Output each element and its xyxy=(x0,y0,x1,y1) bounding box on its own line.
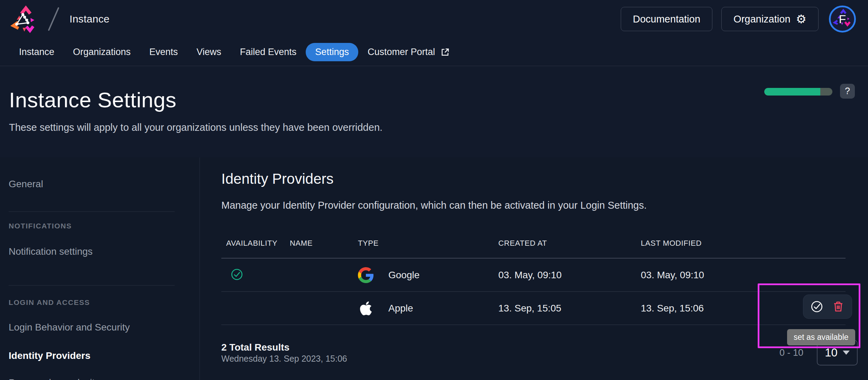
section-title: Identity Providers xyxy=(221,171,846,187)
app-logo-icon[interactable] xyxy=(8,4,37,34)
sidebar-item-login-behavior[interactable]: Login Behavior and Security xyxy=(9,322,200,333)
identity-providers-panel: Identity Providers Manage your Identity … xyxy=(200,157,868,380)
apple-logo-icon xyxy=(358,300,374,316)
top-header: Instance Documentation Organization ⚙ F xyxy=(0,0,868,38)
page-subtitle: These settings will apply to all your or… xyxy=(9,122,859,133)
tab-instance[interactable]: Instance xyxy=(10,43,64,61)
tab-organizations[interactable]: Organizations xyxy=(64,43,140,61)
tab-views[interactable]: Views xyxy=(187,43,231,61)
tab-customer-portal[interactable]: Customer Portal xyxy=(358,43,459,61)
col-last-modified: LAST MODIFIED xyxy=(641,239,783,248)
sidebar-item-notification-settings[interactable]: Notification settings xyxy=(9,246,200,257)
page-size-value: 10 xyxy=(825,346,838,359)
cell-type: Apple xyxy=(388,303,413,314)
pagination-range: 0 - 10 xyxy=(779,347,803,358)
page-title: Instance Settings xyxy=(9,88,859,112)
section-description: Manage your Identity Provider configurat… xyxy=(221,199,846,211)
instance-nav: Instance Organizations Events Views Fail… xyxy=(0,38,868,66)
col-name: NAME xyxy=(290,239,358,248)
col-type: TYPE xyxy=(358,239,498,248)
table-row-apple[interactable]: Apple 13. Sep, 15:05 13. Sep, 15:06 xyxy=(221,292,846,325)
user-avatar[interactable]: F xyxy=(829,6,856,33)
check-circle-icon xyxy=(810,300,823,313)
results-timestamp: Wednesday 13. Sep 2023, 15:06 xyxy=(221,353,846,364)
table-footer: 2 Total Results Wednesday 13. Sep 2023, … xyxy=(221,342,846,364)
idp-table: AVAILABILITY NAME TYPE CREATED AT LAST M… xyxy=(221,229,846,325)
customer-portal-label: Customer Portal xyxy=(368,47,435,57)
col-availability: AVAILABILITY xyxy=(221,239,290,248)
sidebar-item-general[interactable]: General xyxy=(9,178,200,190)
tab-settings[interactable]: Settings xyxy=(306,43,358,61)
set-as-available-tooltip: set as available xyxy=(787,329,855,345)
documentation-button[interactable]: Documentation xyxy=(621,7,712,31)
row-actions-panel xyxy=(803,295,852,319)
sidebar-section-notifications: NOTIFICATIONS xyxy=(9,221,200,230)
sidebar-item-password-complexity[interactable]: Password complexity xyxy=(9,377,200,380)
tab-events[interactable]: Events xyxy=(140,43,187,61)
cell-type: Google xyxy=(388,270,419,281)
table-header-row: AVAILABILITY NAME TYPE CREATED AT LAST M… xyxy=(221,229,846,259)
cell-last-modified: 03. May, 09:10 xyxy=(641,270,783,281)
sidebar-item-identity-providers[interactable]: Identity Providers xyxy=(9,350,200,362)
cell-last-modified: 13. Sep, 15:06 xyxy=(641,303,783,314)
organization-button[interactable]: Organization ⚙ xyxy=(721,7,819,31)
total-results: 2 Total Results xyxy=(221,342,846,353)
col-created-at: CREATED AT xyxy=(498,239,641,248)
sidebar-divider xyxy=(9,285,175,286)
set-available-button[interactable] xyxy=(810,300,823,313)
organization-label: Organization xyxy=(733,13,790,25)
breadcrumb[interactable]: Instance xyxy=(70,13,110,25)
documentation-label: Documentation xyxy=(633,13,700,25)
caret-down-icon xyxy=(843,351,850,355)
avatar-initial: F xyxy=(839,12,846,26)
cell-created-at: 03. May, 09:10 xyxy=(498,270,641,281)
external-link-icon xyxy=(441,47,450,57)
sidebar-divider xyxy=(9,211,175,212)
sidebar-section-login-and-access: LOGIN AND ACCESS xyxy=(9,298,200,307)
title-section: Instance Settings These settings will ap… xyxy=(0,66,868,157)
trash-icon xyxy=(832,300,845,313)
available-check-icon xyxy=(230,268,243,281)
gear-icon: ⚙ xyxy=(796,13,806,25)
settings-sidebar: General NOTIFICATIONS Notification setti… xyxy=(0,157,200,380)
tab-failed-events[interactable]: Failed Events xyxy=(231,43,306,61)
zitadel-console: Instance Documentation Organization ⚙ F … xyxy=(0,0,868,380)
table-row-google[interactable]: Google 03. May, 09:10 03. May, 09:10 xyxy=(221,259,846,292)
cell-created-at: 13. Sep, 15:05 xyxy=(498,303,641,314)
google-logo-icon xyxy=(358,267,374,283)
breadcrumb-slash-icon xyxy=(47,5,60,33)
delete-button[interactable] xyxy=(832,300,845,313)
